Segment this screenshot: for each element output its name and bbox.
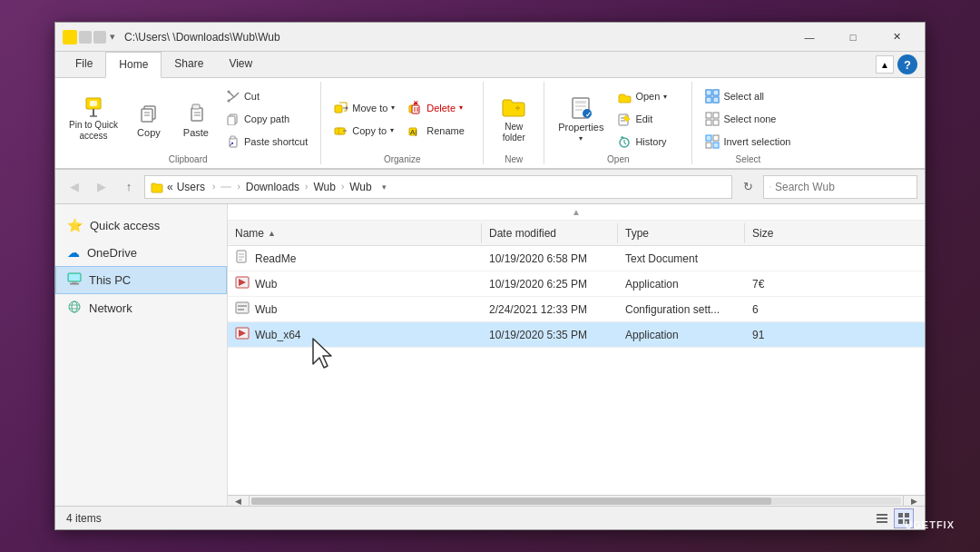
new-folder-button[interactable]: Newfolder xyxy=(491,92,536,146)
table-row[interactable]: Wub 10/19/2020 6:25 PM Application 7€ xyxy=(228,271,925,297)
paste-shortcut-label: Paste shortcut xyxy=(244,136,308,147)
tab-view[interactable]: View xyxy=(216,52,265,77)
file-date-wub2: 2/24/2021 12:33 PM xyxy=(482,300,618,320)
ribbon-group-open: ✓ Properties ▾ Open ▾ xyxy=(544,82,692,164)
svg-line-16 xyxy=(234,93,239,97)
tab-file[interactable]: File xyxy=(63,52,105,77)
watermark: UGETFIX xyxy=(905,519,955,530)
cut-button[interactable]: Cut xyxy=(220,85,313,107)
table-row[interactable]: Wub_x64 10/19/2020 5:35 PM Application 9… xyxy=(228,322,925,348)
pin-to-quick-access-button[interactable]: Pin to Quickaccess xyxy=(63,92,124,146)
close-button[interactable]: ✕ xyxy=(876,23,917,52)
file-list-header: Name ▲ Date modified Type Size xyxy=(228,221,925,246)
back-button[interactable]: ◀ xyxy=(63,175,86,199)
file-name-cell: Wub xyxy=(228,297,482,321)
select-group-label: Select xyxy=(735,154,760,164)
svg-rect-62 xyxy=(706,143,711,148)
ribbon-group-select: Select all Select none xyxy=(692,82,803,164)
file-size-wub2: 6 xyxy=(745,300,818,320)
paste-button[interactable]: Paste xyxy=(173,92,219,146)
scroll-thumb[interactable] xyxy=(251,498,771,505)
col-header-name[interactable]: Name ▲ xyxy=(228,223,482,243)
invert-selection-button[interactable]: Invert selection xyxy=(700,131,796,153)
search-input[interactable] xyxy=(775,181,911,193)
tab-share[interactable]: Share xyxy=(162,52,216,77)
col-header-size[interactable]: Size xyxy=(745,223,818,243)
copy-button[interactable]: Copy xyxy=(126,92,172,146)
help-button[interactable]: ? xyxy=(897,54,917,74)
sidebar-item-this-pc[interactable]: This PC xyxy=(55,266,227,294)
new-group-label: New xyxy=(505,154,523,164)
copy-to-arrow: ▾ xyxy=(390,126,394,134)
breadcrumb-users: « Users xyxy=(167,181,207,193)
svg-rect-58 xyxy=(706,120,711,125)
properties-label: Properties xyxy=(558,122,603,133)
search-bar[interactable] xyxy=(763,175,917,199)
ribbon-content: Pin to Quickaccess Copy xyxy=(55,78,925,170)
breadcrumb-wub2: Wub xyxy=(349,181,371,193)
history-icon xyxy=(617,134,632,149)
sidebar-item-quick-access[interactable]: ⭐ Quick access xyxy=(55,212,227,239)
type-col-label: Type xyxy=(625,227,649,240)
details-view-button[interactable] xyxy=(872,508,892,528)
ribbon-collapse-button[interactable]: ▲ xyxy=(876,55,894,74)
cut-label: Cut xyxy=(244,91,260,102)
properties-button[interactable]: ✓ Properties ▾ xyxy=(552,92,610,146)
copy-path-button[interactable]: Copy path xyxy=(220,108,313,130)
table-row[interactable]: ReadMe 10/19/2020 6:58 PM Text Document xyxy=(228,246,925,271)
open-button[interactable]: Open ▾ xyxy=(612,85,684,107)
sidebar-item-onedrive[interactable]: ☁ OneDrive xyxy=(55,239,227,266)
svg-rect-57 xyxy=(713,113,719,118)
svg-rect-68 xyxy=(70,283,79,285)
open-label: Open xyxy=(635,91,660,102)
file-name-cell: Wub xyxy=(228,271,482,296)
refresh-button[interactable]: ↻ xyxy=(736,175,760,199)
open-group-label: Open xyxy=(607,154,629,164)
minimize-button[interactable]: — xyxy=(789,23,830,52)
select-all-button[interactable]: Select all xyxy=(700,85,796,107)
select-none-button[interactable]: Select none xyxy=(700,108,796,130)
ribbon-tabs: File Home Share View ▲ ? xyxy=(55,52,925,78)
copy-to-button[interactable]: Copy to ▾ xyxy=(328,120,401,142)
table-row[interactable]: Wub 2/24/2021 12:33 PM Configuration set… xyxy=(228,297,925,322)
up-button[interactable]: ↑ xyxy=(117,175,141,199)
paste-shortcut-button[interactable]: ↗ Paste shortcut xyxy=(220,131,313,153)
copy-icon xyxy=(136,100,162,125)
rename-button[interactable]: A| Rename xyxy=(403,120,475,142)
organize-col1: Move to ▾ Copy to ▾ xyxy=(328,97,401,142)
address-dropdown[interactable]: ▾ xyxy=(376,175,394,199)
forward-button[interactable]: ▶ xyxy=(90,175,113,199)
tab-home[interactable]: Home xyxy=(105,52,162,78)
col-header-date[interactable]: Date modified xyxy=(482,223,618,243)
file-icon-readme xyxy=(235,250,250,267)
dropdown-arrow: ▾ xyxy=(110,31,115,43)
scroll-left-button[interactable]: ◀ xyxy=(228,496,250,507)
computer-icon xyxy=(67,272,82,288)
scroll-right-button[interactable]: ▶ xyxy=(903,496,925,507)
delete-button[interactable]: ✕ Delete ▾ xyxy=(403,97,475,119)
address-bar[interactable]: « Users › › Downloads › Wub › Wub ▾ xyxy=(144,175,732,199)
col-header-type[interactable]: Type xyxy=(618,223,745,243)
copy-label: Copy xyxy=(137,127,161,138)
sidebar: ⭐ Quick access ☁ OneDrive This PC xyxy=(55,204,228,506)
star-icon: ⭐ xyxy=(67,218,83,232)
organize-buttons: Move to ▾ Copy to ▾ xyxy=(328,82,475,153)
move-to-button[interactable]: Move to ▾ xyxy=(328,97,401,119)
network-label: Network xyxy=(89,301,132,315)
maximize-button[interactable]: □ xyxy=(832,23,874,52)
horizontal-scrollbar[interactable]: ◀ ▶ xyxy=(228,495,925,506)
clipboard-buttons: Pin to Quickaccess Copy xyxy=(63,82,313,153)
history-button[interactable]: History xyxy=(612,131,684,153)
pin-icon xyxy=(81,96,106,118)
svg-text:✓: ✓ xyxy=(585,111,592,119)
delete-icon: ✕ xyxy=(408,101,423,115)
edit-button[interactable]: Edit xyxy=(612,108,684,130)
svg-text:↗: ↗ xyxy=(229,141,234,147)
svg-point-15 xyxy=(227,100,230,103)
svg-rect-53 xyxy=(713,90,719,95)
scroll-track xyxy=(251,498,901,505)
pin-icon xyxy=(79,31,92,44)
status-bar: 4 items xyxy=(55,506,925,529)
size-col-label: Size xyxy=(752,227,773,240)
sidebar-item-network[interactable]: Network xyxy=(55,294,227,322)
